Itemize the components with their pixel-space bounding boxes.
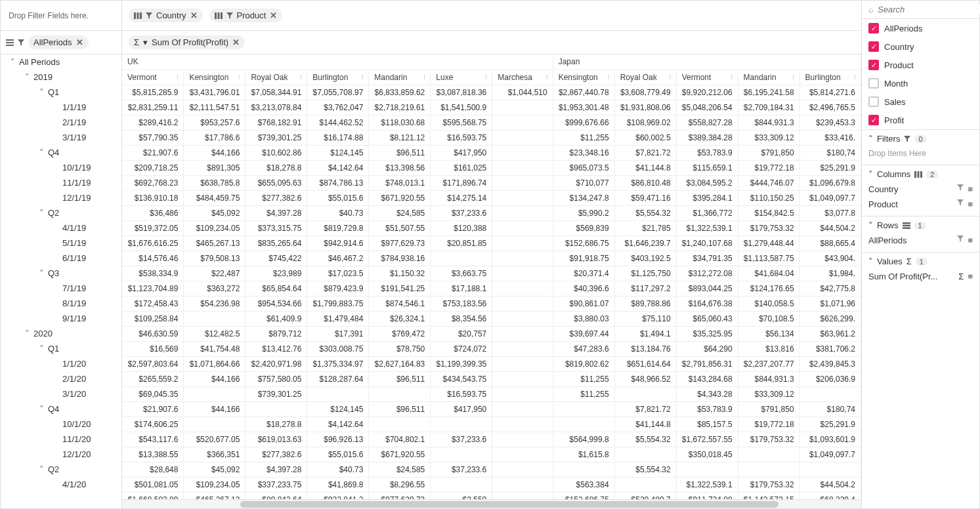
data-cell[interactable]: $239,453.3 <box>799 115 861 130</box>
data-cell[interactable] <box>553 462 614 477</box>
sort-icon[interactable]: ↑ <box>176 73 180 81</box>
chevron-up-icon[interactable]: ˄ <box>868 169 873 179</box>
data-cell[interactable]: $891,305 <box>184 160 245 175</box>
data-cell[interactable] <box>492 492 553 499</box>
data-cell[interactable]: $136,910.18 <box>122 190 184 205</box>
data-cell[interactable]: $41,144.8 <box>614 160 676 175</box>
data-cell[interactable]: $124,145 <box>307 145 369 160</box>
data-cell[interactable]: $179,753.32 <box>738 477 799 492</box>
data-cell[interactable]: $1,984. <box>799 266 861 281</box>
data-cell[interactable]: $2,709,184.31 <box>738 100 799 115</box>
data-cell[interactable] <box>492 386 553 401</box>
tree-row[interactable]: ˅Q4 <box>1 145 121 160</box>
data-cell[interactable] <box>431 417 492 432</box>
drag-icon[interactable]: ≡ <box>968 184 973 194</box>
data-cell[interactable]: $999,676.66 <box>553 115 614 130</box>
data-cell[interactable]: $1,142,573.15 <box>738 492 799 499</box>
data-cell[interactable]: $953,257.6 <box>184 115 245 130</box>
data-cell[interactable]: $45,092 <box>184 462 245 477</box>
country-header[interactable]: Japan <box>553 54 861 70</box>
data-cell[interactable] <box>431 477 492 492</box>
checkbox[interactable] <box>868 96 879 107</box>
data-cell[interactable]: $16,593.75 <box>431 130 492 145</box>
chevron-up-icon[interactable]: ˄ <box>868 220 873 230</box>
field-item[interactable]: ✓Product <box>862 56 979 74</box>
data-cell[interactable]: $543,117.6 <box>122 432 184 447</box>
data-cell[interactable]: $11,255 <box>553 386 614 401</box>
data-cell[interactable]: $7,055,708.97 <box>307 85 369 100</box>
data-cell[interactable]: $710,077 <box>553 175 614 190</box>
data-cell[interactable] <box>492 447 553 462</box>
data-cell[interactable]: $444,746.07 <box>738 175 799 190</box>
data-cell[interactable]: $389,384.28 <box>676 130 738 145</box>
grid-scroll[interactable]: UKJapanVermont↑Kensington↑Royal Oak↑Burl… <box>122 54 861 499</box>
data-cell[interactable]: $434,543.75 <box>431 371 492 386</box>
data-cell[interactable] <box>492 371 553 386</box>
data-cell[interactable]: $96,511 <box>369 145 431 160</box>
data-cell[interactable]: $563,384 <box>553 477 614 492</box>
data-cell[interactable]: $28,648 <box>122 462 184 477</box>
data-cell[interactable]: $745,422 <box>245 251 307 266</box>
tree-row[interactable]: ˅Q2 <box>1 205 121 220</box>
data-cell[interactable]: $17,786.6 <box>184 130 245 145</box>
data-cell[interactable]: $1,799,883.75 <box>307 296 369 311</box>
data-cell[interactable]: $60,002.5 <box>614 130 676 145</box>
data-cell[interactable] <box>492 266 553 281</box>
data-cell[interactable] <box>492 100 553 115</box>
data-cell[interactable]: $37,233.6 <box>431 432 492 447</box>
data-cell[interactable] <box>492 235 553 251</box>
column-header[interactable]: Burlington↑ <box>799 70 861 85</box>
data-cell[interactable]: $3,084,595.2 <box>676 175 738 190</box>
data-cell[interactable] <box>492 401 553 417</box>
data-cell[interactable]: $366,351 <box>184 447 245 462</box>
checkbox[interactable]: ✓ <box>868 115 879 125</box>
data-cell[interactable]: $277,382.6 <box>245 447 307 462</box>
data-cell[interactable]: $89,843.64 <box>245 492 307 499</box>
data-cell[interactable]: $39,697.44 <box>553 326 614 341</box>
data-cell[interactable]: $89,788.86 <box>614 296 676 311</box>
data-cell[interactable]: $768,182.91 <box>245 115 307 130</box>
data-cell[interactable]: $1,375,334.97 <box>307 356 369 371</box>
data-cell[interactable]: $22,487 <box>184 266 245 281</box>
data-cell[interactable]: $65,060.43 <box>676 311 738 326</box>
sort-icon[interactable]: ↑ <box>484 73 488 81</box>
data-cell[interactable]: $191,541.25 <box>369 281 431 296</box>
data-cell[interactable]: $417,950 <box>431 145 492 160</box>
data-cell[interactable] <box>431 447 492 462</box>
data-cell[interactable]: $55,015.6 <box>307 447 369 462</box>
data-cell[interactable]: $757,580.05 <box>245 371 307 386</box>
data-cell[interactable]: $819,729.8 <box>307 220 369 235</box>
data-cell[interactable]: $2,627,164.83 <box>369 356 431 371</box>
data-cell[interactable]: $1,125,750 <box>614 266 676 281</box>
data-cell[interactable]: $46,630.59 <box>122 326 184 341</box>
panel-item[interactable]: Country≡ <box>868 182 973 197</box>
data-cell[interactable]: $40.73 <box>307 462 369 477</box>
data-cell[interactable]: $56,134 <box>738 326 799 341</box>
sort-icon[interactable]: ↑ <box>730 73 734 81</box>
data-cell[interactable]: $45,092 <box>184 205 245 220</box>
data-cell[interactable] <box>492 462 553 477</box>
data-cell[interactable]: $655,095.63 <box>245 175 307 190</box>
data-cell[interactable]: $6,195,241.58 <box>738 85 799 100</box>
expand-icon[interactable]: ˅ <box>23 329 31 338</box>
data-cell[interactable]: $638,785.8 <box>184 175 245 190</box>
column-header[interactable]: Mandarin↑ <box>738 70 799 85</box>
data-cell[interactable]: $2,237,207.77 <box>738 356 799 371</box>
column-header[interactable]: Vermont↑ <box>676 70 738 85</box>
scrollbar-thumb[interactable] <box>240 501 778 508</box>
data-cell[interactable]: $11,255 <box>553 371 614 386</box>
data-cell[interactable]: $2,496,765.5 <box>799 100 861 115</box>
data-cell[interactable]: $6,833,859.62 <box>369 85 431 100</box>
data-cell[interactable]: $25,291.9 <box>799 417 861 432</box>
sort-icon[interactable]: ↑ <box>607 73 610 81</box>
data-cell[interactable]: $21,907.6 <box>122 145 184 160</box>
sort-icon[interactable]: ↑ <box>668 73 672 81</box>
data-cell[interactable]: $20,371.4 <box>553 266 614 281</box>
data-cell[interactable]: $1,096,679.8 <box>799 175 861 190</box>
data-cell[interactable]: $769,472 <box>369 326 431 341</box>
data-cell[interactable]: $1,071,96 <box>799 296 861 311</box>
field-item[interactable]: ✓AllPeriods <box>862 19 979 37</box>
data-cell[interactable] <box>369 417 431 432</box>
data-cell[interactable]: $154,842.5 <box>738 205 799 220</box>
data-cell[interactable] <box>492 341 553 356</box>
